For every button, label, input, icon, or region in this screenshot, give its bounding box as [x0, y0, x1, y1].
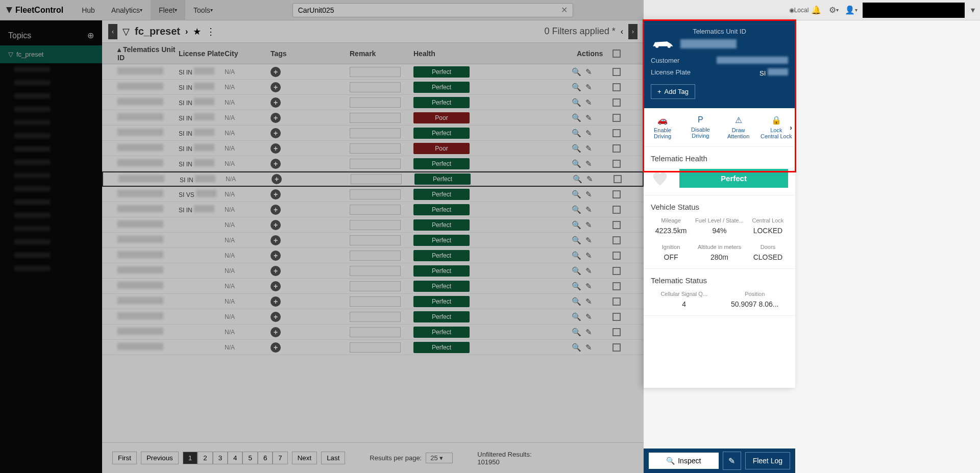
topic-sub[interactable] [0, 249, 102, 262]
table-row[interactable]: N/A+Perfect🔍✎ [102, 263, 644, 279]
clear-icon[interactable]: ✕ [561, 5, 568, 15]
add-tag-icon[interactable]: + [271, 251, 281, 261]
fleetlog-button[interactable]: Fleet Log [745, 452, 790, 469]
edit-button[interactable]: ✎ [723, 452, 741, 470]
row-checkbox[interactable] [612, 144, 621, 153]
row-checkbox[interactable] [612, 282, 621, 290]
settings-icon[interactable]: ⚙ [828, 5, 839, 16]
edit-icon[interactable]: ✎ [586, 175, 593, 184]
edit-icon[interactable]: ✎ [585, 67, 592, 77]
add-tag-icon[interactable]: + [271, 342, 281, 353]
row-checkbox[interactable] [614, 175, 622, 183]
topic-sub[interactable] [0, 63, 102, 77]
star-icon[interactable]: ★ [193, 26, 201, 37]
table-row[interactable]: N/A+Perfect🔍✎ [102, 325, 644, 340]
table-row[interactable]: SI IN N/A+Perfect🔍✎ [102, 64, 644, 80]
notification-icon[interactable]: 🔔 [811, 5, 822, 16]
table-row[interactable]: N/A+Perfect🔍✎ [102, 340, 644, 355]
row-checkbox[interactable] [612, 129, 621, 137]
topic-sub[interactable] [0, 236, 102, 249]
topic-sub[interactable] [0, 209, 102, 222]
topic-sub[interactable] [0, 130, 102, 143]
add-tag-icon[interactable]: + [271, 67, 281, 77]
search-icon[interactable]: 🔍 [572, 282, 581, 291]
remark-input[interactable] [350, 296, 401, 307]
search-icon[interactable]: 🔍 [572, 113, 581, 122]
search-icon[interactable]: 🔍 [572, 205, 581, 214]
row-checkbox[interactable] [612, 313, 621, 321]
page-next[interactable]: Next [292, 452, 317, 464]
search-icon[interactable]: 🔍 [572, 297, 581, 306]
table-row[interactable]: N/A+Perfect🔍✎ [102, 248, 644, 263]
edit-icon[interactable]: ✎ [585, 129, 592, 138]
row-checkbox[interactable] [612, 160, 621, 168]
row-checkbox[interactable] [612, 343, 621, 352]
table-row[interactable]: SI VS N/A+Perfect🔍✎ [102, 187, 644, 202]
page-6[interactable]: 6 [258, 452, 273, 464]
filter-prev-icon[interactable]: ‹ [621, 27, 623, 36]
search-icon[interactable]: 🔍 [572, 312, 581, 321]
topic-sub[interactable] [0, 116, 102, 130]
action-enable-driving[interactable]: 🚗EnableDriving [644, 115, 681, 139]
table-row[interactable]: SI IN N/A+Poor🔍✎ [102, 141, 644, 156]
row-checkbox[interactable] [612, 83, 621, 91]
search-input[interactable] [298, 6, 561, 14]
inspect-button[interactable]: 🔍Inspect [649, 453, 719, 469]
add-topic-icon[interactable]: ⊕ [87, 31, 94, 40]
table-row[interactable]: SI IN N/A+Perfect🔍✎ [102, 202, 644, 217]
add-tag-icon[interactable]: + [271, 189, 281, 200]
edit-icon[interactable]: ✎ [585, 312, 592, 321]
page-5[interactable]: 5 [242, 452, 257, 464]
add-tag-icon[interactable]: + [271, 128, 281, 138]
add-tag-icon[interactable]: + [271, 327, 281, 337]
edit-icon[interactable]: ✎ [585, 159, 592, 168]
table-row[interactable]: N/A+Perfect🔍✎ [102, 233, 644, 248]
topic-sub[interactable] [0, 103, 102, 116]
add-tag-icon[interactable]: + [271, 266, 281, 276]
row-checkbox[interactable] [612, 221, 621, 229]
remark-input[interactable] [350, 67, 401, 77]
filters-applied[interactable]: 0 Filters applied * [545, 26, 616, 37]
edit-icon[interactable]: ✎ [585, 343, 592, 352]
search-icon[interactable]: 🔍 [572, 220, 581, 230]
action-draw-attention[interactable]: ⚠DrawAttention [720, 115, 757, 139]
remark-input[interactable] [350, 97, 401, 108]
search-icon[interactable]: 🔍 [572, 98, 581, 107]
row-checkbox[interactable] [612, 328, 621, 336]
topic-sub[interactable] [0, 143, 102, 156]
remark-input[interactable] [350, 159, 401, 169]
search-icon[interactable]: 🔍 [572, 83, 581, 92]
table-row[interactable]: SI IN N/A+Perfect🔍✎ [102, 171, 644, 187]
action-disable-driving[interactable]: PDisableDriving [681, 115, 719, 139]
add-tag-icon[interactable]: + [271, 235, 281, 245]
edit-icon[interactable]: ✎ [585, 282, 592, 291]
add-tag-icon[interactable]: + [271, 143, 281, 154]
table-row[interactable]: SI IN N/A+Perfect🔍✎ [102, 95, 644, 110]
search-icon[interactable]: 🔍 [572, 236, 581, 245]
remark-input[interactable] [350, 220, 401, 230]
add-tag-icon[interactable]: + [271, 113, 281, 123]
remark-input[interactable] [350, 143, 401, 154]
remark-input[interactable] [350, 82, 401, 92]
page-2[interactable]: 2 [198, 452, 212, 464]
edit-icon[interactable]: ✎ [585, 328, 592, 337]
remark-input[interactable] [350, 128, 401, 138]
remark-input[interactable] [350, 205, 401, 215]
table-row[interactable]: SI IN N/A+Poor🔍✎ [102, 110, 644, 126]
search-icon[interactable]: 🔍 [572, 67, 581, 77]
search-icon[interactable]: 🔍 [572, 328, 581, 337]
more-icon[interactable]: ⋮ [206, 26, 215, 37]
row-checkbox[interactable] [612, 114, 621, 122]
edit-icon[interactable]: ✎ [585, 220, 592, 230]
add-tag-icon[interactable]: + [272, 174, 282, 184]
collapse-sidebar-icon[interactable]: ‹ [108, 24, 117, 39]
search-icon[interactable]: 🔍 [572, 251, 581, 260]
topic-sub[interactable] [0, 90, 102, 103]
remark-input[interactable] [350, 327, 401, 337]
nav-fleet[interactable]: Fleet [151, 0, 185, 20]
edit-icon[interactable]: ✎ [585, 251, 592, 260]
search-icon[interactable]: 🔍 [572, 129, 581, 138]
dropdown-icon[interactable]: ▾ [971, 5, 975, 15]
sort-icon[interactable]: ▴ [117, 45, 121, 54]
row-checkbox[interactable] [612, 267, 621, 275]
